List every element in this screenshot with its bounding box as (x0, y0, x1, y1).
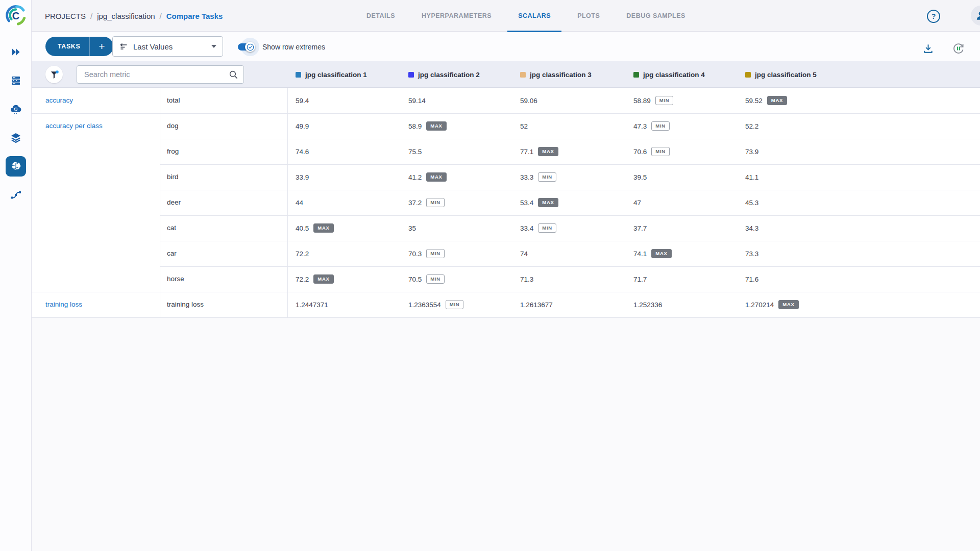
metric-value: 1.270214MAX (745, 292, 799, 317)
experiment-header: jpg classification 4 (633, 61, 705, 88)
min-badge: MIN (655, 96, 674, 105)
values-mode-dropdown[interactable]: Last Values (112, 36, 223, 57)
user-avatar[interactable] (971, 6, 980, 26)
metric-value: 58.9MAX (408, 113, 447, 139)
workers-queues-icon[interactable] (6, 70, 26, 91)
value-text: 59.06 (520, 97, 537, 105)
metric-value: 1.2447371 (296, 292, 328, 317)
tab-scalars[interactable]: SCALARS (507, 0, 561, 32)
max-badge: MAX (313, 274, 333, 284)
help-icon[interactable]: ? (927, 10, 940, 23)
variant-label: car (167, 241, 177, 266)
value-text: 75.5 (408, 148, 422, 156)
breadcrumb-current-page[interactable]: Compare Tasks (166, 12, 223, 20)
experiment-color-swatch (296, 72, 301, 78)
sidebar-nav (0, 42, 32, 205)
table-row: horse72.2MAX70.5MIN71.371.771.6 (32, 266, 980, 292)
datasets-icon[interactable] (6, 128, 26, 148)
metric-link[interactable]: training loss (45, 292, 82, 317)
max-badge: MAX (538, 198, 558, 207)
breadcrumb-project-name[interactable]: jpg_classification (97, 12, 155, 20)
tab-hyperparameters[interactable]: HYPERPARAMETERS (411, 0, 502, 32)
table-row: accuracytotal59.459.1459.0658.89MIN59.52… (32, 88, 980, 113)
variant-label: bird (167, 164, 179, 190)
value-text: 58.89 (633, 97, 651, 105)
pipelines-icon[interactable] (6, 185, 26, 205)
add-task-button[interactable]: + (90, 40, 113, 53)
metric-value: 59.4 (296, 88, 309, 113)
clearml-logo-icon[interactable]: C (5, 4, 27, 27)
metric-value: 72.2MAX (296, 266, 334, 292)
value-text: 40.5 (296, 224, 309, 232)
metric-value: 74 (520, 241, 528, 266)
max-badge: MAX (538, 147, 558, 156)
variant-label: training loss (167, 292, 204, 317)
value-text: 37.2 (408, 199, 422, 207)
experiment-header: jpg classification 2 (408, 61, 480, 88)
metric-value: 40.5MAX (296, 215, 334, 241)
metric-value: 71.3 (520, 266, 533, 292)
value-text: 33.4 (520, 224, 533, 232)
experiment-name: jpg classification 5 (755, 71, 817, 79)
breadcrumb-separator: / (160, 12, 162, 20)
min-badge: MIN (426, 249, 445, 258)
metrics-table: accuracytotal59.459.1459.0658.89MIN59.52… (32, 88, 980, 318)
experiment-name: jpg classification 4 (643, 71, 705, 79)
metric-value: 34.3 (745, 215, 758, 241)
experiment-color-swatch (745, 72, 751, 78)
experiment-name: jpg classification 2 (418, 71, 480, 79)
tab-details[interactable]: DETAILS (356, 0, 406, 32)
metric-value: 74.1MAX (633, 241, 672, 266)
table-row: accuracy per classdog49.958.9MAX5247.3MI… (32, 113, 980, 139)
metric-link[interactable]: accuracy (45, 88, 73, 113)
metric-value: 71.7 (633, 266, 647, 292)
tab-debug-samples[interactable]: DEBUG SAMPLES (616, 0, 696, 32)
table-row: bird33.941.2MAX33.3MIN39.541.1 (32, 164, 980, 190)
metric-value: 70.6MIN (633, 139, 670, 164)
value-text: 1.270214 (745, 301, 774, 309)
download-csv-icon[interactable] (922, 43, 934, 57)
min-badge: MIN (651, 121, 670, 131)
value-text: 39.5 (633, 173, 647, 181)
left-sidebar: C (0, 0, 32, 551)
search-metric-input[interactable] (84, 70, 229, 79)
value-text: 52.2 (745, 122, 758, 130)
toggle-thumb (245, 42, 255, 52)
tasks-button-group: TASKS + (45, 37, 113, 56)
metric-value: 1.2363554MIN (408, 292, 463, 317)
metric-value: 47.3MIN (633, 113, 670, 139)
metric-value: 73.9 (745, 139, 758, 164)
search-metric-box (77, 65, 244, 84)
table-row: deer4437.2MIN53.4MAX4745.3 (32, 190, 980, 215)
auto-refresh-icon[interactable] (952, 42, 965, 57)
table-row: car72.270.3MIN7474.1MAX73.3 (32, 241, 980, 266)
metric-value: 75.5 (408, 139, 422, 164)
value-text: 45.3 (745, 199, 758, 207)
min-badge: MIN (446, 300, 464, 309)
tab-plots[interactable]: PLOTS (567, 0, 610, 32)
max-badge: MAX (313, 223, 333, 233)
filter-icon[interactable] (45, 66, 63, 83)
value-text: 1.2447371 (296, 301, 328, 309)
metric-value: 41.1 (745, 164, 758, 190)
breadcrumb-projects[interactable]: PROJECTS (45, 12, 86, 20)
metric-value: 41.2MAX (408, 164, 447, 190)
metric-value: 72.2 (296, 241, 309, 266)
metric-value: 33.9 (296, 164, 309, 190)
svg-text:C: C (12, 10, 19, 21)
values-mode-value: Last Values (133, 42, 173, 51)
variant-label: horse (167, 266, 184, 292)
table-row: cat40.5MAX3533.4MIN37.734.3 (32, 215, 980, 241)
value-text: 59.14 (408, 97, 426, 105)
projects-icon[interactable] (6, 42, 26, 62)
metric-value: 73.3 (745, 241, 758, 266)
applications-icon[interactable] (6, 99, 26, 119)
tasks-button[interactable]: TASKS (45, 43, 89, 50)
metric-link[interactable]: accuracy per class (45, 113, 103, 139)
metric-value: 52.2 (745, 113, 758, 139)
show-row-extremes-toggle[interactable] (238, 42, 255, 52)
value-text: 74.1 (633, 250, 647, 258)
metric-value: 45.3 (745, 190, 758, 215)
models-icon[interactable] (6, 156, 26, 177)
experiment-color-swatch (633, 72, 639, 78)
